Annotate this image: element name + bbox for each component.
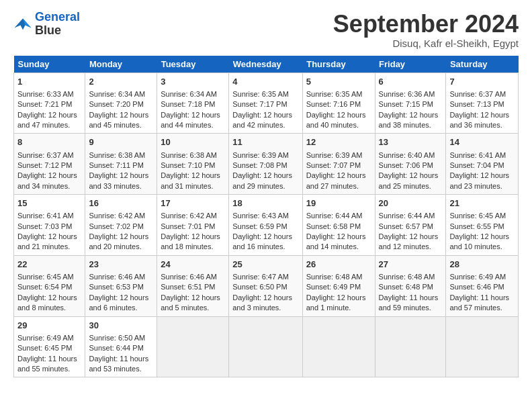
sunset: Sunset: 7:12 PM <box>17 161 72 169</box>
day-number: 18 <box>232 197 298 210</box>
empty-cell <box>157 316 229 377</box>
day-number: 12 <box>306 136 371 148</box>
sunset: Sunset: 6:51 PM <box>161 283 215 291</box>
sunset: Sunset: 6:53 PM <box>89 283 143 291</box>
day-cell: 25 Sunrise: 6:47 AM Sunset: 6:50 PM Dayl… <box>229 255 302 316</box>
sunset: Sunset: 7:21 PM <box>17 100 72 108</box>
logo-icon <box>13 15 32 34</box>
daylight: Daylight: 12 hours and 18 minutes. <box>161 232 220 250</box>
sunset: Sunset: 6:59 PM <box>232 222 287 230</box>
daylight: Daylight: 12 hours and 21 minutes. <box>17 232 77 250</box>
sunrise: Sunrise: 6:43 AM <box>232 212 289 220</box>
sunrise: Sunrise: 6:48 AM <box>379 273 435 281</box>
day-cell: 4 Sunrise: 6:35 AM Sunset: 7:17 PM Dayli… <box>229 73 302 134</box>
day-number: 16 <box>89 197 153 210</box>
day-cell: 17 Sunrise: 6:42 AM Sunset: 7:01 PM Dayl… <box>157 195 229 256</box>
empty-cell <box>375 316 446 377</box>
day-number: 21 <box>449 197 515 210</box>
sunrise: Sunrise: 6:38 AM <box>161 151 217 159</box>
day-cell: 21 Sunrise: 6:45 AM Sunset: 6:55 PM Dayl… <box>446 195 519 256</box>
day-number: 24 <box>161 259 225 271</box>
daylight: Daylight: 12 hours and 33 minutes. <box>89 171 148 189</box>
daylight: Daylight: 11 hours and 55 minutes. <box>17 355 77 373</box>
day-cell: 8 Sunrise: 6:37 AM Sunset: 7:12 PM Dayli… <box>14 134 85 195</box>
header-wednesday: Wednesday <box>229 56 302 73</box>
daylight: Daylight: 12 hours and 38 minutes. <box>379 111 439 129</box>
sunset: Sunset: 6:44 PM <box>89 344 143 352</box>
day-cell: 12 Sunrise: 6:39 AM Sunset: 7:07 PM Dayl… <box>302 134 375 195</box>
day-number: 3 <box>161 76 225 88</box>
header-saturday: Saturday <box>446 56 519 73</box>
calendar-title: September 2024 <box>333 11 519 38</box>
day-cell: 15 Sunrise: 6:41 AM Sunset: 7:03 PM Dayl… <box>14 195 85 256</box>
sunrise: Sunrise: 6:49 AM <box>449 273 506 281</box>
calendar-table: Sunday Monday Tuesday Wednesday Thursday… <box>13 56 519 378</box>
daylight: Daylight: 12 hours and 47 minutes. <box>17 111 77 129</box>
daylight: Daylight: 12 hours and 29 minutes. <box>232 171 292 189</box>
daylight: Daylight: 12 hours and 40 minutes. <box>306 111 366 129</box>
sunset: Sunset: 7:08 PM <box>232 161 287 169</box>
daylight: Daylight: 11 hours and 59 minutes. <box>379 293 439 312</box>
sunrise: Sunrise: 6:34 AM <box>161 90 217 98</box>
day-number: 10 <box>161 136 225 148</box>
day-number: 19 <box>306 197 371 210</box>
empty-cell <box>229 316 302 377</box>
sunrise: Sunrise: 6:35 AM <box>306 90 363 98</box>
sunset: Sunset: 6:57 PM <box>379 222 433 230</box>
sunrise: Sunrise: 6:49 AM <box>17 334 74 342</box>
daylight: Daylight: 12 hours and 14 minutes. <box>306 232 366 250</box>
daylight: Daylight: 12 hours and 31 minutes. <box>161 171 220 189</box>
sunrise: Sunrise: 6:44 AM <box>306 212 363 220</box>
day-cell: 3 Sunrise: 6:34 AM Sunset: 7:18 PM Dayli… <box>157 73 229 134</box>
day-cell: 22 Sunrise: 6:45 AM Sunset: 6:54 PM Dayl… <box>14 255 85 316</box>
day-number: 6 <box>379 76 443 88</box>
day-number: 27 <box>379 259 443 271</box>
week-row: 15 Sunrise: 6:41 AM Sunset: 7:03 PM Dayl… <box>14 195 519 256</box>
sunrise: Sunrise: 6:41 AM <box>17 212 74 220</box>
week-row: 8 Sunrise: 6:37 AM Sunset: 7:12 PM Dayli… <box>14 134 519 195</box>
daylight: Daylight: 12 hours and 5 minutes. <box>161 293 220 312</box>
sunset: Sunset: 6:49 PM <box>306 283 361 291</box>
day-cell: 6 Sunrise: 6:36 AM Sunset: 7:15 PM Dayli… <box>375 73 446 134</box>
sunset: Sunset: 7:11 PM <box>89 161 143 169</box>
sunrise: Sunrise: 6:40 AM <box>379 151 435 159</box>
sunrise: Sunrise: 6:46 AM <box>89 273 145 281</box>
daylight: Daylight: 12 hours and 25 minutes. <box>379 171 439 189</box>
sunrise: Sunrise: 6:37 AM <box>449 90 506 98</box>
sunset: Sunset: 7:02 PM <box>89 222 143 230</box>
week-row: 22 Sunrise: 6:45 AM Sunset: 6:54 PM Dayl… <box>14 255 519 316</box>
day-number: 7 <box>449 76 515 88</box>
header-monday: Monday <box>85 56 157 73</box>
sunset: Sunset: 6:55 PM <box>449 222 504 230</box>
day-number: 11 <box>232 136 298 148</box>
daylight: Daylight: 12 hours and 10 minutes. <box>449 232 509 250</box>
page: General Blue September 2024 Disuq, Kafr … <box>0 0 532 384</box>
day-number: 29 <box>17 320 81 332</box>
sunrise: Sunrise: 6:41 AM <box>449 151 506 159</box>
daylight: Daylight: 12 hours and 20 minutes. <box>89 232 148 250</box>
sunset: Sunset: 7:20 PM <box>89 100 143 108</box>
daylight: Daylight: 12 hours and 45 minutes. <box>89 111 148 129</box>
day-cell: 24 Sunrise: 6:46 AM Sunset: 6:51 PM Dayl… <box>157 255 229 316</box>
empty-cell <box>446 316 519 377</box>
sunset: Sunset: 7:10 PM <box>161 161 215 169</box>
day-cell: 10 Sunrise: 6:38 AM Sunset: 7:10 PM Dayl… <box>157 134 229 195</box>
sunset: Sunset: 6:45 PM <box>17 344 72 352</box>
day-number: 26 <box>306 259 371 271</box>
day-number: 20 <box>379 197 443 210</box>
day-cell: 19 Sunrise: 6:44 AM Sunset: 6:58 PM Dayl… <box>302 195 375 256</box>
daylight: Daylight: 12 hours and 23 minutes. <box>449 171 509 189</box>
day-number: 4 <box>232 76 298 88</box>
day-number: 13 <box>379 136 443 148</box>
day-number: 1 <box>17 76 81 88</box>
logo-text: General Blue <box>35 11 80 38</box>
day-cell: 18 Sunrise: 6:43 AM Sunset: 6:59 PM Dayl… <box>229 195 302 256</box>
day-number: 17 <box>161 197 225 210</box>
header-tuesday: Tuesday <box>157 56 229 73</box>
sunrise: Sunrise: 6:46 AM <box>161 273 217 281</box>
day-cell: 29 Sunrise: 6:49 AM Sunset: 6:45 PM Dayl… <box>14 316 85 377</box>
day-cell: 20 Sunrise: 6:44 AM Sunset: 6:57 PM Dayl… <box>375 195 446 256</box>
sunset: Sunset: 6:46 PM <box>449 283 504 291</box>
daylight: Daylight: 12 hours and 36 minutes. <box>449 111 509 129</box>
daylight: Daylight: 12 hours and 12 minutes. <box>379 232 439 250</box>
